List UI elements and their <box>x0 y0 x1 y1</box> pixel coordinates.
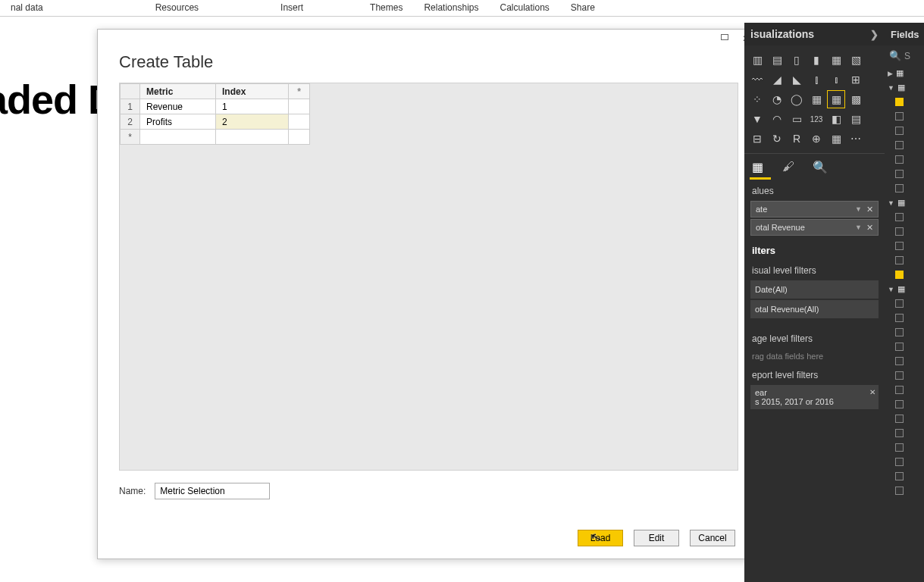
value-field[interactable]: ate ▼ ✕ <box>750 201 879 217</box>
dropdown-icon[interactable]: ▼ <box>855 205 863 213</box>
viz-line-stacked-icon[interactable]: ⫾ <box>828 71 844 88</box>
field-item[interactable] <box>885 268 924 282</box>
cell-empty[interactable] <box>289 130 310 145</box>
viz-line-icon[interactable]: 〰 <box>749 71 766 88</box>
format-tab-icon[interactable]: 🖌 <box>782 160 799 175</box>
load-button[interactable]: Load <box>578 530 623 546</box>
viz-map-icon[interactable]: ▦ <box>828 91 844 108</box>
add-column-button[interactable]: * <box>289 84 310 99</box>
viz-scatter-icon[interactable]: ⁘ <box>749 91 766 108</box>
viz-clustered-column-icon[interactable]: ▮ <box>808 52 825 68</box>
cancel-button[interactable]: Cancel <box>690 530 735 546</box>
viz-clustered-bar-icon[interactable]: ▤ <box>769 52 785 68</box>
field-item[interactable] <box>885 296 924 311</box>
field-item[interactable] <box>885 138 924 152</box>
table-row[interactable]: 1 Revenue 1 <box>121 99 310 114</box>
fields-header[interactable]: Fields <box>885 23 924 45</box>
field-item[interactable] <box>885 455 924 469</box>
checkbox-icon[interactable] <box>895 155 904 164</box>
drop-hint[interactable]: rag data fields here <box>744 347 885 365</box>
visual-filter[interactable]: Date(All) <box>750 280 879 299</box>
new-row-marker[interactable]: * <box>121 130 140 145</box>
viz-donut-icon[interactable]: ◯ <box>788 91 805 108</box>
table-node[interactable]: ▼▦ <box>885 196 924 210</box>
column-header-metric[interactable]: Metric <box>140 84 216 99</box>
cell-index[interactable]: 2 <box>216 114 289 130</box>
viz-kpi-icon[interactable]: ◧ <box>828 111 844 127</box>
visualizations-header[interactable]: isualizations ❯ <box>744 23 885 45</box>
viz-area-icon[interactable]: ◢ <box>769 71 785 88</box>
cell-metric[interactable]: Revenue <box>140 99 216 114</box>
viz-card-icon[interactable]: ▭ <box>788 111 805 127</box>
fields-tab-icon[interactable]: ▦ <box>752 160 769 175</box>
cell-index[interactable]: 1 <box>216 99 289 114</box>
field-item[interactable] <box>885 354 924 368</box>
checkbox-icon[interactable] <box>895 112 904 120</box>
viz-treemap-icon[interactable]: ▦ <box>808 91 825 108</box>
cell-metric[interactable] <box>140 130 216 145</box>
checkbox-icon[interactable] <box>895 256 904 264</box>
checkbox-icon[interactable] <box>895 299 904 308</box>
viz-stacked-bar-icon[interactable]: ▥ <box>749 52 766 68</box>
viz-multi-card-icon[interactable]: 123 <box>808 111 825 127</box>
table-name-input[interactable] <box>155 483 270 499</box>
viz-funnel-icon[interactable]: ▼ <box>749 111 766 127</box>
fields-search[interactable]: 🔍 S <box>885 45 924 66</box>
ribbon-tab[interactable]: Calculations <box>489 0 559 16</box>
remove-icon[interactable]: ✕ <box>863 223 873 233</box>
checkbox-icon[interactable] <box>895 472 904 480</box>
field-item[interactable] <box>885 253 924 268</box>
field-item[interactable] <box>885 95 924 109</box>
viz-stacked-100-icon[interactable]: ▦ <box>828 52 844 68</box>
field-item[interactable] <box>885 426 924 440</box>
field-item[interactable] <box>885 239 924 253</box>
viz-line-clustered-icon[interactable]: ⫿ <box>808 71 825 88</box>
ribbon-tab[interactable]: Resources <box>145 0 209 16</box>
checkbox-icon[interactable] <box>895 127 904 135</box>
visual-filter[interactable]: otal Revenue(All) <box>750 300 879 318</box>
viz-slicer-icon[interactable]: ▤ <box>847 111 864 127</box>
field-item[interactable] <box>885 368 924 383</box>
field-item[interactable] <box>885 440 924 455</box>
checkbox-icon[interactable] <box>895 343 904 351</box>
ribbon-tab[interactable]: Share <box>560 0 606 16</box>
viz-stacked-area-icon[interactable]: ◣ <box>788 71 805 88</box>
field-item[interactable] <box>885 224 924 239</box>
viz-stacked-column-icon[interactable]: ▯ <box>788 52 805 68</box>
ribbon-tab[interactable]: Insert <box>270 0 314 16</box>
viz-matrix-icon[interactable]: ↻ <box>769 130 785 147</box>
column-header-index[interactable]: Index <box>216 84 289 99</box>
table-node[interactable]: ▼▦ <box>885 80 924 95</box>
cell-empty[interactable] <box>289 99 310 114</box>
checkbox-icon[interactable] <box>895 170 904 178</box>
table-row[interactable]: 2 Profits 2 <box>121 114 310 130</box>
viz-r-icon[interactable]: R <box>788 130 805 147</box>
field-item[interactable] <box>885 397 924 411</box>
expand-icon[interactable]: ❯ <box>870 29 879 40</box>
entry-table[interactable]: Metric Index * 1 Revenue 1 2 Profits <box>120 83 310 145</box>
edit-button[interactable]: Edit <box>634 530 679 546</box>
checkbox-icon[interactable] <box>895 141 904 149</box>
checkbox-icon[interactable] <box>895 357 904 365</box>
checkbox-icon[interactable] <box>895 429 904 437</box>
remove-icon[interactable]: ✕ <box>869 388 875 396</box>
checkbox-icon[interactable] <box>895 371 904 380</box>
ribbon-tab[interactable]: Themes <box>359 0 413 16</box>
checkbox-icon[interactable] <box>895 400 904 408</box>
dropdown-icon[interactable]: ▼ <box>855 224 863 231</box>
checkbox-icon[interactable] <box>895 328 904 336</box>
report-filter[interactable]: ear s 2015, 2017 or 2016 ✕ <box>750 385 879 409</box>
viz-pie-icon[interactable]: ◔ <box>769 91 785 108</box>
checkbox-icon[interactable] <box>895 242 904 250</box>
checkbox-icon[interactable] <box>895 443 904 452</box>
field-item[interactable] <box>885 152 924 167</box>
field-item[interactable] <box>885 210 924 224</box>
viz-gauge-icon[interactable]: ◠ <box>769 111 785 127</box>
new-row[interactable]: * <box>121 130 310 145</box>
corner-cell[interactable] <box>121 84 140 99</box>
cell-index[interactable] <box>216 130 289 145</box>
ribbon-tab[interactable]: nal data <box>0 0 54 16</box>
maximize-button[interactable] <box>714 31 735 46</box>
checkbox-icon[interactable] <box>895 213 904 221</box>
field-item[interactable] <box>885 383 924 397</box>
